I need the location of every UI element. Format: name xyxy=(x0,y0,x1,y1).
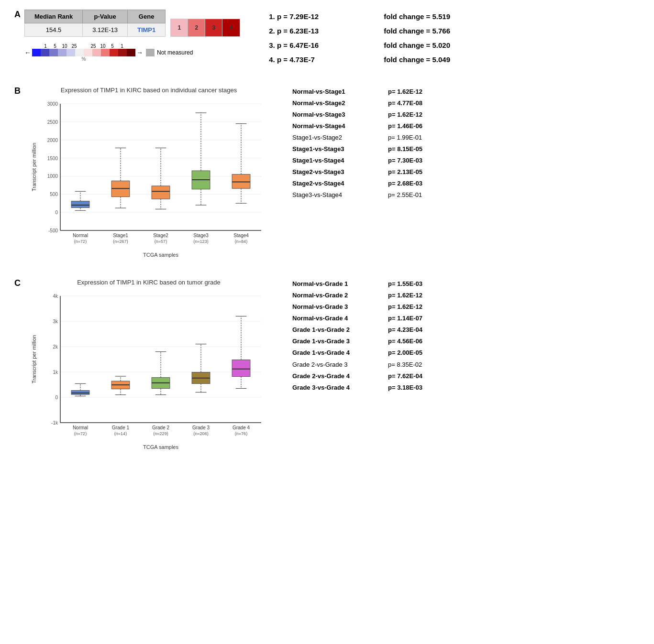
pv-row-2: Normal-vs-Stage2p= 4.77E-08 xyxy=(292,98,422,109)
svg-text:3k: 3k xyxy=(53,319,58,324)
pv-label-5: Grade 1-vs-Grade 2 xyxy=(292,324,378,336)
svg-text:Transcript per million: Transcript per million xyxy=(31,335,37,384)
svg-text:0: 0 xyxy=(55,395,58,400)
stat-fc-3: fold change = 5.020 xyxy=(384,38,450,53)
pv-label-10: Stage3-vs-Stage4 xyxy=(292,189,378,201)
section-c-title: Expression of TIMP1 in KIRC based on tum… xyxy=(24,278,273,287)
pv-label-4: Normal-vs-Stage4 xyxy=(292,120,378,132)
pv-label-3: Normal-vs-Stage3 xyxy=(292,109,378,120)
svg-text:1k: 1k xyxy=(53,370,58,375)
pv-row-1: Normal-vs-Grade 1p= 1.55E-03 xyxy=(292,278,422,290)
section-c-label: C xyxy=(14,278,21,288)
svg-text:1000: 1000 xyxy=(47,174,58,179)
svg-text:Grade 1: Grade 1 xyxy=(112,425,130,430)
section-b-svg: -500050010001500200025003000Transcript p… xyxy=(29,97,268,259)
svg-text:(n=123): (n=123) xyxy=(193,239,208,244)
svg-text:2k: 2k xyxy=(53,344,58,349)
pv-val-9: p= 2.68E-03 xyxy=(388,178,422,189)
legend-box-10 xyxy=(118,49,127,56)
pv-val-4: p= 1.46E-06 xyxy=(388,120,422,132)
stat-num-3: 3. p = 6.47E-16 xyxy=(269,38,365,53)
pv-val-8: p= 2.13E-05 xyxy=(388,166,422,178)
svg-rect-80 xyxy=(71,391,89,394)
pv-val-3: p= 1.62E-12 xyxy=(388,109,422,120)
stat-row-4: 4. p = 4.73E-7fold change = 5.049 xyxy=(269,53,450,67)
col-median-rank: Median Rank xyxy=(25,10,83,23)
section-a-label: A xyxy=(14,10,21,20)
pv-row-7: Grade 1-vs-Grade 4p= 2.00E-05 xyxy=(292,347,422,359)
pv-row-4: Normal-vs-Stage4p= 1.46E-06 xyxy=(292,120,422,132)
pv-label-1: Normal-vs-Stage1 xyxy=(292,86,378,98)
not-measured-legend: Not measured xyxy=(146,49,193,56)
stat-num-1: 1. p = 7.29E-12 xyxy=(269,10,365,24)
section-b-pvalues: Normal-vs-Stage1p= 1.62E-12Normal-vs-Sta… xyxy=(292,86,422,201)
pv-val-5: p= 4.23E-04 xyxy=(388,324,422,336)
pv-val-7: p= 7.30E-03 xyxy=(388,155,422,166)
svg-text:(n=229): (n=229) xyxy=(153,431,168,436)
svg-text:2000: 2000 xyxy=(47,138,58,143)
svg-rect-24 xyxy=(71,201,89,208)
pv-val-3: p= 1.62E-12 xyxy=(388,301,422,313)
section-a: A Median Rank p-Value Gene 154.5 3.12E-1… xyxy=(14,10,640,67)
pv-row-2: Normal-vs-Grade 2p= 1.62E-12 xyxy=(292,290,422,301)
col-gene: Gene xyxy=(127,10,165,23)
svg-text:(n=57): (n=57) xyxy=(155,239,167,244)
svg-text:(n=14): (n=14) xyxy=(114,431,127,436)
pv-val-5: p= 1.99E-01 xyxy=(388,132,422,143)
legend-box-2 xyxy=(49,49,58,56)
svg-text:3000: 3000 xyxy=(47,101,58,107)
legend-box-11 xyxy=(127,49,135,56)
svg-rect-40 xyxy=(152,186,170,199)
svg-text:500: 500 xyxy=(50,192,58,197)
section-b-chart: -500050010001500200025003000Transcript p… xyxy=(29,97,268,259)
pv-label-6: Stage1-vs-Stage3 xyxy=(292,143,378,155)
pv-row-4: Normal-vs-Grade 4p= 1.14E-07 xyxy=(292,313,422,324)
legend-box-4 xyxy=(67,49,75,56)
section-a-content: Median Rank p-Value Gene 154.5 3.12E-13 … xyxy=(24,10,240,62)
svg-rect-56 xyxy=(232,175,250,189)
pv-label-4: Normal-vs-Grade 4 xyxy=(292,313,378,324)
stat-fc-4: fold change = 5.049 xyxy=(384,53,450,67)
section-c: C Expression of TIMP1 in KIRC based on t… xyxy=(14,278,640,451)
section-c-chart: -1k01k2k3k4kTranscript per millionTCGA s… xyxy=(29,289,268,451)
pv-val-2: p= 4.77E-08 xyxy=(388,98,422,109)
pv-val-8: p= 8.35E-02 xyxy=(388,359,422,371)
legend-labels-top: 1 5 10 25 25 10 5 1 xyxy=(41,44,126,49)
pv-val-7: p= 2.00E-05 xyxy=(388,347,422,359)
pv-label-8: Stage2-vs-Stage3 xyxy=(292,166,378,178)
pv-row-10: Grade 3-vs-Grade 4p= 3.18E-03 xyxy=(292,382,422,393)
pv-row-10: Stage3-vs-Stage4p= 2.55E-01 xyxy=(292,189,422,201)
legend-box-0 xyxy=(32,49,41,56)
svg-text:Grade 4: Grade 4 xyxy=(233,425,250,430)
section-b-label: B xyxy=(14,86,21,96)
section-c-chart-area: Expression of TIMP1 in KIRC based on tum… xyxy=(24,278,273,451)
pv-row-1: Normal-vs-Stage1p= 1.62E-12 xyxy=(292,86,422,98)
not-measured-label: Not measured xyxy=(157,49,193,56)
legend-box-7 xyxy=(92,49,101,56)
pv-val-4: p= 1.14E-07 xyxy=(388,313,422,324)
heatmap: 1234 xyxy=(170,19,240,37)
pv-val-10: p= 2.55E-01 xyxy=(388,189,422,201)
heatmap-cell-1: 1 xyxy=(171,19,188,36)
pv-label-9: Stage2-vs-Stage4 xyxy=(292,178,378,189)
svg-text:Grade 3: Grade 3 xyxy=(192,425,210,430)
pv-label-5: Stage1-vs-Stage2 xyxy=(292,132,378,143)
heatmap-cell-4: 4 xyxy=(222,19,240,36)
svg-text:(n=206): (n=206) xyxy=(193,431,208,436)
svg-text:Stage1: Stage1 xyxy=(113,233,128,238)
heatmap-cell-2: 2 xyxy=(188,19,205,36)
stat-row-3: 3. p = 6.47E-16fold change = 5.020 xyxy=(269,38,450,53)
svg-text:Stage2: Stage2 xyxy=(153,233,168,238)
pv-label-9: Grade 2-vs-Grade 4 xyxy=(292,371,378,382)
svg-text:(n=84): (n=84) xyxy=(235,239,247,244)
svg-text:(n=72): (n=72) xyxy=(74,431,87,436)
pv-val-6: p= 8.15E-05 xyxy=(388,143,422,155)
pv-label-10: Grade 3-vs-Grade 4 xyxy=(292,382,378,393)
pv-row-8: Grade 2-vs-Grade 3p= 8.35E-02 xyxy=(292,359,422,371)
svg-text:Normal: Normal xyxy=(73,425,88,430)
pv-label-3: Normal-vs-Grade 3 xyxy=(292,301,378,313)
legend-scale: 1 5 10 25 25 10 5 1 ← → % xyxy=(24,44,143,62)
svg-text:1500: 1500 xyxy=(47,156,58,161)
legend-boxes xyxy=(32,49,135,56)
pv-row-5: Stage1-vs-Stage2p= 1.99E-01 xyxy=(292,132,422,143)
